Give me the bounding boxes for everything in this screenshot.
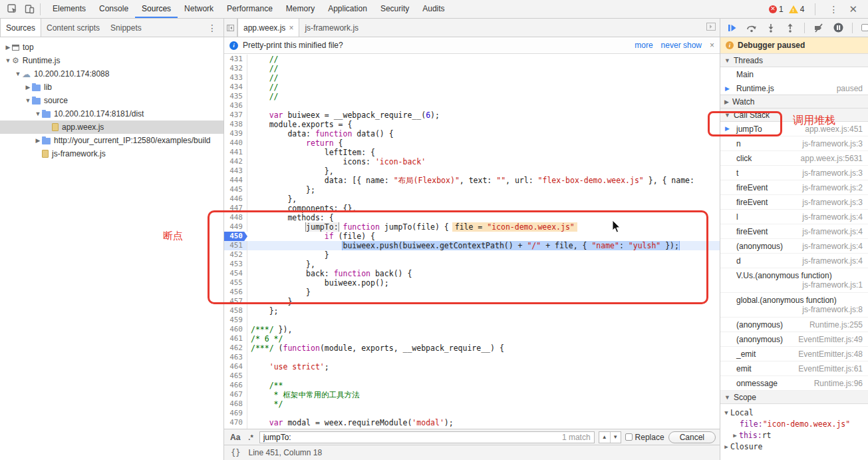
show-drawer-icon[interactable] [702, 23, 720, 33]
call-stack-frame[interactable]: fireEventjs-framework.js:3 [720, 195, 868, 210]
code-text[interactable]: }, [247, 260, 720, 269]
search-prev-icon[interactable]: ▲ [599, 432, 610, 443]
call-stack-frame[interactable]: ▶jumpToapp.weex.js:451 [720, 122, 868, 136]
code-text[interactable]: /** [247, 381, 720, 390]
tree-item-top[interactable]: ▶top [0, 41, 223, 54]
call-stack-frame[interactable]: onmessageRuntime.js:96 [720, 376, 868, 391]
line-number[interactable]: 439 [224, 129, 247, 138]
error-badge[interactable]: ✕ 1 [769, 5, 784, 14]
call-stack-frame[interactable]: (anonymous)Runtime.js:255 [720, 318, 868, 332]
devtools-menu-icon[interactable]: ⋮ [826, 4, 841, 15]
thread-runtime-js[interactable]: ▶Runtime.jspaused [720, 81, 868, 95]
call-stack-frame[interactable]: (anonymous)EventEmitter.js:49 [720, 332, 868, 347]
call-stack-frame[interactable]: global.(anonymous function)js-framework.… [720, 293, 868, 318]
code-text[interactable]: } [247, 250, 720, 260]
line-number[interactable]: 438 [224, 120, 247, 129]
code-text[interactable]: components: {}, [247, 204, 720, 213]
tab-performance[interactable]: Performance [220, 0, 279, 18]
line-number[interactable]: 436 [224, 101, 247, 111]
line-number[interactable]: 442 [224, 157, 247, 166]
tree-item-app-weex-js[interactable]: app.weex.js [0, 120, 223, 134]
line-number[interactable]: 435 [224, 92, 247, 101]
line-number[interactable]: 446 [224, 194, 247, 204]
line-number[interactable]: 432 [224, 64, 247, 73]
line-number[interactable]: 454 [224, 269, 247, 278]
tab-elements[interactable]: Elements [46, 0, 92, 18]
tree-item-lib[interactable]: ▶lib [0, 81, 223, 94]
tab-console[interactable]: Console [92, 0, 135, 18]
line-number[interactable]: 462 [224, 344, 247, 353]
line-number[interactable]: 440 [224, 138, 247, 148]
call-stack-frame[interactable]: V.Us.(anonymous function)js-framework.js… [720, 268, 868, 293]
line-number[interactable]: 463 [224, 353, 247, 362]
code-text[interactable]: }, [247, 166, 720, 176]
code-text[interactable]: buiweex.push(buiweex.getContextPath() + … [247, 241, 720, 250]
thread-main[interactable]: Main [720, 67, 868, 81]
deactivate-breakpoints-icon[interactable] [813, 23, 824, 33]
cancel-button[interactable]: Cancel [668, 431, 716, 443]
call-stack-frame[interactable]: emitEventEmitter.js:61 [720, 361, 868, 376]
code-text[interactable]: var modal = weex.requireModule('modal'); [247, 418, 720, 427]
code-text[interactable]: // [247, 83, 720, 92]
line-number[interactable]: 453 [224, 260, 247, 269]
code-text[interactable]: * 框架中常用的工具方法 [247, 390, 720, 399]
call-stack-frame[interactable]: (anonymous)js-framework.js:4 [720, 239, 868, 254]
tab-application[interactable]: Application [321, 0, 374, 18]
line-number[interactable]: 455 [224, 278, 247, 288]
chevron-right-icon[interactable]: ▶ [4, 44, 12, 51]
infobar-close-icon[interactable]: × [710, 41, 714, 50]
code-text[interactable]: } [247, 297, 720, 306]
code-text[interactable]: buiweex.pop(); [247, 278, 720, 288]
tab-memory[interactable]: Memory [279, 0, 321, 18]
pretty-print-icon[interactable]: {} [231, 448, 240, 457]
scope-local-group[interactable]: ▼ Local [720, 407, 868, 418]
line-number[interactable]: 433 [224, 73, 247, 83]
line-number[interactable]: 466 [224, 381, 247, 390]
line-number[interactable]: 469 [224, 409, 247, 418]
code-text[interactable] [247, 371, 720, 381]
code-text[interactable]: module.exports = { [247, 120, 720, 129]
code-text[interactable]: leftItem: { [247, 148, 720, 157]
close-tab-icon[interactable]: × [289, 23, 293, 33]
code-text[interactable]: icons: 'icon-back' [247, 157, 720, 166]
code-text[interactable] [247, 409, 720, 418]
code-text[interactable]: back: function back() { [247, 269, 720, 278]
sidebar-menu-icon[interactable]: ⋮ [205, 23, 219, 33]
line-number[interactable]: 448 [224, 213, 247, 222]
async-checkbox-box[interactable] [861, 24, 868, 31]
sidebar-tab-content-scripts[interactable]: Content scripts [41, 19, 105, 37]
code-text[interactable] [247, 101, 720, 111]
tree-item-http-your-current-ip-12580-examples-build[interactable]: ▶http://your_current_IP:12580/examples/b… [0, 134, 223, 147]
line-number[interactable]: 437 [224, 111, 247, 120]
tab-security[interactable]: Security [374, 0, 416, 18]
code-text[interactable]: // [247, 73, 720, 83]
code-text[interactable]: 'use strict'; [247, 362, 720, 371]
code-text[interactable]: }; [247, 306, 720, 316]
chevron-right-icon[interactable]: ▶ [24, 84, 32, 91]
chevron-down-icon[interactable]: ▼ [34, 111, 42, 117]
async-checkbox[interactable]: Async [861, 23, 868, 33]
chevron-down-icon[interactable]: ▼ [14, 71, 22, 77]
call-stack-frame[interactable]: tjs-framework.js:3 [720, 166, 868, 180]
line-number[interactable]: 458 [224, 306, 247, 316]
search-input[interactable] [259, 431, 595, 443]
code-text[interactable]: // [247, 64, 720, 73]
breakpoint-line-number[interactable]: 450 [224, 232, 247, 241]
line-number[interactable]: 464 [224, 362, 247, 371]
code-text[interactable]: */ [247, 399, 720, 409]
threads-section-header[interactable]: ▼ Threads [720, 53, 868, 67]
step-out-icon[interactable] [785, 23, 796, 33]
step-into-icon[interactable] [766, 23, 776, 33]
code-text[interactable]: /***/ (function(module, exports, __webpa… [247, 344, 720, 353]
line-number[interactable]: 470 [224, 418, 247, 427]
line-number[interactable]: 445 [224, 185, 247, 194]
call-stack-frame[interactable]: ljs-framework.js:4 [720, 210, 868, 224]
code-area[interactable]: 431 //432 //433 //434 //435 //436437 var… [224, 55, 720, 429]
code-text[interactable]: }, [247, 194, 720, 204]
tree-item-runtime-js[interactable]: ▼⚙Runtime.js [0, 54, 223, 67]
code-text[interactable]: data: [{ name: "布局(Flexbox)", text: "", … [247, 176, 720, 185]
line-number[interactable]: 460 [224, 325, 247, 334]
code-text[interactable]: methods: { [247, 213, 720, 222]
tree-item-js-framework-js[interactable]: js-framework.js [0, 147, 223, 160]
code-text[interactable]: // [247, 92, 720, 101]
